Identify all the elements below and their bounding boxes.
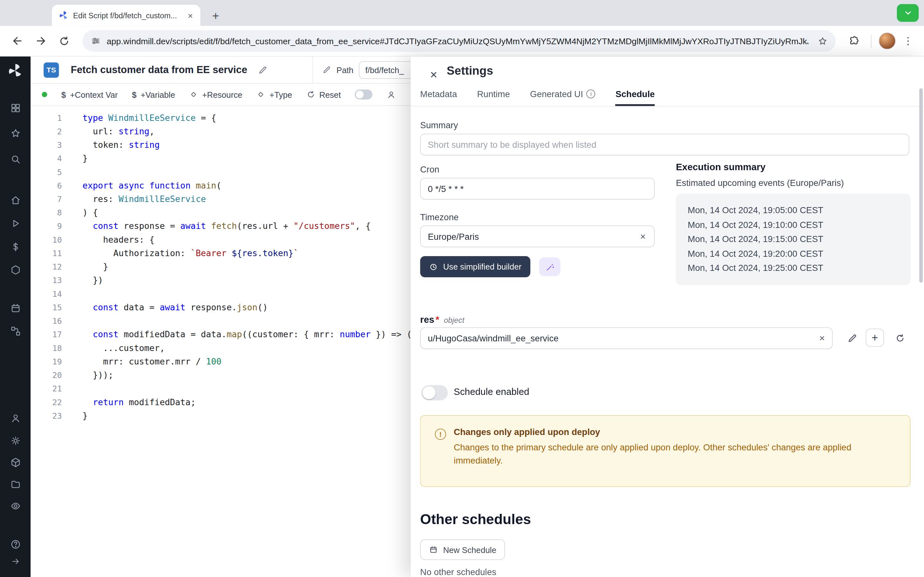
person-icon[interactable] — [387, 90, 396, 99]
code-text: ) { — [62, 206, 98, 219]
help-icon[interactable] — [0, 539, 31, 550]
timezone-input[interactable] — [420, 226, 655, 247]
back-button[interactable] — [7, 31, 27, 51]
dollar-icon: $ — [132, 90, 136, 99]
code-text: const response = await fetch(res.url + "… — [62, 219, 371, 233]
add-resource-button[interactable]: + — [866, 329, 884, 347]
event-item: Mon, 14 Oct 2024, 19:15:00 CEST — [688, 232, 910, 247]
apps-icon[interactable] — [0, 103, 31, 114]
users-icon[interactable] — [0, 413, 31, 424]
code-text: })); — [62, 369, 113, 382]
new-tab-button[interactable]: + — [208, 8, 224, 24]
reload-button[interactable] — [54, 31, 74, 51]
audit-eye-icon[interactable] — [0, 500, 31, 512]
home-icon[interactable] — [0, 195, 31, 206]
edit-resource-button[interactable] — [843, 329, 861, 347]
reset-button[interactable]: Reset — [306, 90, 341, 99]
settings-gear-icon[interactable] — [0, 435, 31, 446]
use-simplified-builder-button[interactable]: Use simplified builder — [420, 256, 531, 277]
panel-scrollbar[interactable] — [919, 89, 923, 283]
editor-mini-toggle[interactable] — [355, 89, 373, 99]
workers-cube-icon[interactable] — [0, 457, 31, 468]
windmill-logo[interactable] — [0, 63, 31, 79]
code-text: }) — [62, 274, 103, 287]
search-icon[interactable] — [0, 153, 31, 165]
add-resource-button[interactable]: +Resource — [189, 90, 242, 99]
profile-avatar[interactable] — [879, 32, 896, 49]
events-list: Mon, 14 Oct 2024, 19:05:00 CESTMon, 14 O… — [688, 203, 910, 276]
browser-tab[interactable]: Edit Script f/bd/fetch_custom... × — [52, 5, 200, 26]
url-bar[interactable]: app.windmill.dev/scripts/edit/f/bd/fetch… — [82, 30, 835, 52]
add-type-button[interactable]: +Type — [256, 90, 292, 99]
line-number: 6 — [31, 179, 62, 192]
windmill-favicon — [59, 11, 68, 20]
add-resource-label: +Resource — [202, 90, 242, 99]
runs-play-icon[interactable] — [0, 218, 31, 229]
refresh-resource-button[interactable] — [891, 329, 909, 347]
warning-info-icon: ! — [435, 429, 446, 440]
add-context-var-button[interactable]: $+Context Var — [61, 90, 118, 99]
toggle-knob — [423, 386, 435, 399]
green-dropdown-button[interactable] — [897, 4, 919, 22]
tab-title: Edit Script f/bd/fetch_custom... — [73, 11, 180, 20]
resource-clear-icon[interactable]: × — [815, 332, 829, 346]
tab-generated-ui-label: Generated UI — [530, 89, 583, 99]
event-item: Mon, 14 Oct 2024, 19:20:00 CEST — [688, 247, 910, 261]
event-item: Mon, 14 Oct 2024, 19:10:00 CEST — [688, 218, 910, 232]
tab-strip: Edit Script f/bd/fetch_custom... × + — [0, 0, 924, 26]
extensions-button[interactable] — [844, 31, 864, 51]
tab-runtime[interactable]: Runtime — [477, 89, 510, 106]
resources-hexagon-icon[interactable] — [0, 264, 31, 276]
cron-assistant-button[interactable] — [540, 258, 561, 276]
event-item: Mon, 14 Oct 2024, 19:25:00 CEST — [688, 261, 910, 276]
flows-icon[interactable] — [0, 326, 31, 337]
other-schedules-title: Other schedules — [420, 511, 531, 527]
code-text: headers: { — [62, 233, 155, 247]
add-type-label: +Type — [270, 90, 292, 99]
pencil-icon — [847, 333, 857, 343]
folders-icon[interactable] — [0, 479, 31, 490]
reload-icon — [58, 35, 70, 47]
schedules-calendar-icon[interactable] — [0, 303, 31, 314]
line-number: 8 — [31, 206, 62, 219]
upcoming-events-box: Mon, 14 Oct 2024, 19:05:00 CESTMon, 14 O… — [676, 193, 911, 285]
tab-close-icon[interactable]: × — [185, 10, 196, 21]
collapse-sidebar-icon[interactable] — [0, 556, 31, 566]
code-text — [62, 382, 82, 396]
tab-metadata[interactable]: Metadata — [420, 89, 457, 106]
code-text: } — [62, 152, 87, 165]
line-number: 7 — [31, 193, 62, 206]
schedule-enabled-toggle[interactable] — [421, 385, 448, 400]
tab-schedule[interactable]: Schedule — [615, 89, 654, 106]
forward-button[interactable] — [31, 31, 51, 51]
edit-title-button[interactable] — [258, 65, 267, 74]
favorites-star-icon[interactable] — [0, 128, 31, 139]
tab-generated-ui[interactable]: Generated UIi — [530, 89, 596, 106]
line-number: 11 — [31, 247, 62, 260]
warning-body: Changes to the primary schedule are only… — [454, 441, 893, 467]
code-text: mrr: customer.mrr / 100 — [62, 355, 221, 369]
site-info-icon[interactable] — [91, 36, 101, 46]
summary-input[interactable] — [420, 134, 909, 155]
star-icon — [817, 35, 828, 46]
cron-input[interactable] — [420, 178, 655, 200]
line-number: 20 — [31, 369, 62, 382]
timezone-label: Timezone — [420, 212, 459, 222]
code-text: type WindmillEeService = { — [62, 111, 216, 125]
forward-icon — [34, 35, 47, 47]
url-text[interactable]: app.windmill.dev/scripts/edit/f/bd/fetch… — [107, 36, 809, 45]
bookmark-star-button[interactable] — [814, 33, 830, 49]
cron-label: Cron — [420, 164, 439, 174]
variables-dollar-icon[interactable] — [0, 242, 31, 253]
pencil-icon[interactable] — [322, 65, 331, 74]
timezone-clear-icon[interactable]: × — [636, 229, 650, 243]
code-text: return modifiedData; — [62, 396, 196, 409]
resource-input[interactable] — [420, 327, 833, 349]
browser-menu-button[interactable]: ⋮ — [899, 32, 917, 50]
new-schedule-button[interactable]: New Schedule — [420, 539, 505, 560]
add-variable-button[interactable]: $+Variable — [132, 90, 175, 99]
line-number: 3 — [31, 139, 62, 152]
close-settings-button[interactable]: × — [424, 65, 444, 85]
line-number: 22 — [31, 396, 62, 409]
typescript-badge: TS — [44, 62, 59, 77]
